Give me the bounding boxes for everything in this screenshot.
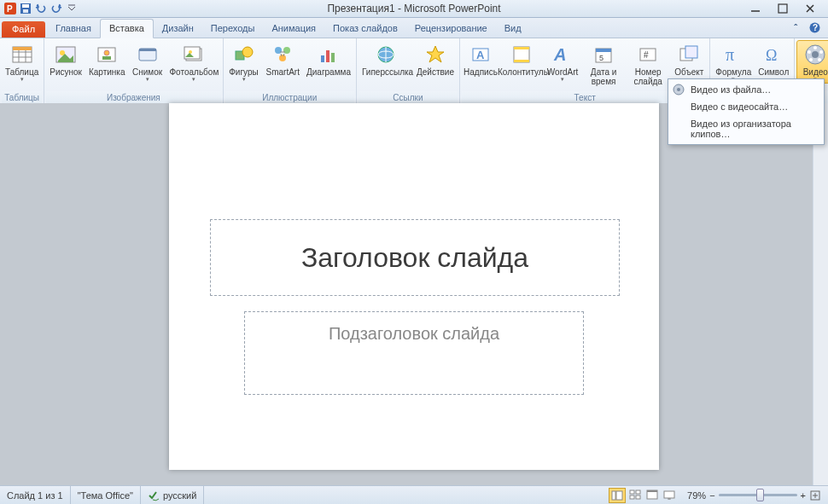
svg-point-60 <box>677 88 680 91</box>
app-icon[interactable]: P <box>3 2 17 15</box>
svg-point-53 <box>812 51 819 58</box>
zoom-out-button[interactable]: − <box>709 490 714 501</box>
symbol-button[interactable]: ΩСимвол <box>755 40 792 77</box>
equation-icon: π <box>721 43 745 67</box>
tab-design[interactable]: Дизайн <box>154 20 202 38</box>
slidenumber-button[interactable]: #Номер слайда <box>626 40 670 86</box>
status-language[interactable]: русский <box>141 486 204 504</box>
view-reading-icon[interactable] <box>644 488 660 501</box>
close-button[interactable] <box>801 2 819 15</box>
file-tab[interactable]: Файл <box>2 21 45 38</box>
svg-text:P: P <box>7 4 13 14</box>
redo-icon[interactable] <box>50 2 63 15</box>
svg-text:?: ? <box>813 23 818 32</box>
video-dropdown-menu: Видео из файла… Видео с видеосайта… Виде… <box>668 78 825 145</box>
quick-access-toolbar: P <box>3 2 79 15</box>
view-slideshow-icon[interactable] <box>662 488 677 501</box>
shapes-button[interactable]: Фигуры▾ <box>225 40 263 83</box>
headerfooter-button[interactable]: Колонтитулы <box>499 40 544 77</box>
svg-point-19 <box>104 50 109 55</box>
chevron-down-icon: ▾ <box>146 76 149 83</box>
textbox-icon: A <box>469 43 493 67</box>
save-icon[interactable] <box>19 2 32 15</box>
fit-window-icon[interactable] <box>809 490 821 501</box>
slidenumber-icon: # <box>636 43 660 67</box>
video-button[interactable]: Видео▾ <box>796 40 828 84</box>
svg-rect-4 <box>23 9 28 13</box>
tab-transitions[interactable]: Переходы <box>202 20 264 38</box>
view-sorter-icon[interactable] <box>627 488 643 501</box>
tab-animation[interactable]: Анимация <box>263 20 324 38</box>
chevron-down-icon: ▾ <box>192 76 195 83</box>
svg-point-54 <box>813 46 817 49</box>
window-title: Презентация1 - Microsoft PowerPoint <box>327 3 500 14</box>
tab-slideshow[interactable]: Показ слайдов <box>324 20 406 38</box>
subtitle-placeholder[interactable]: Подзаголовок слайда <box>244 311 584 395</box>
svg-text:π: π <box>726 45 734 64</box>
tab-view[interactable]: Вид <box>496 20 530 38</box>
video-icon <box>803 43 827 67</box>
minimize-button[interactable] <box>746 2 765 15</box>
clipart-button[interactable]: Картинка <box>85 40 129 77</box>
group-images: Рисунок Картинка Снимок▾ Фотоальбом▾ Изо… <box>44 38 223 105</box>
picture-button[interactable]: Рисунок <box>46 40 85 77</box>
zoom-slider[interactable] <box>719 494 797 496</box>
slide-canvas[interactable]: Заголовок слайда Подзаголовок слайда <box>169 103 659 470</box>
screenshot-button[interactable]: Снимок▾ <box>129 40 166 83</box>
svg-text:Ω: Ω <box>766 47 777 64</box>
svg-text:#: # <box>644 50 649 60</box>
action-icon <box>423 43 447 67</box>
svg-point-28 <box>275 47 282 54</box>
help-icon[interactable]: ? <box>808 20 821 34</box>
svg-text:A: A <box>476 49 485 61</box>
status-slide[interactable]: Слайд 1 из 1 <box>0 486 71 504</box>
editor-area: Заголовок слайда Подзаголовок слайда <box>0 103 828 486</box>
chart-icon <box>317 43 341 67</box>
svg-rect-22 <box>139 49 156 51</box>
svg-point-58 <box>808 50 811 54</box>
hyperlink-button[interactable]: Гиперссылка <box>359 40 413 77</box>
maximize-button[interactable] <box>773 2 792 15</box>
svg-rect-61 <box>612 491 615 500</box>
datetime-button[interactable]: 5Дата и время <box>581 40 626 86</box>
tab-review[interactable]: Рецензирование <box>406 20 496 38</box>
smartart-button[interactable]: SmartArt <box>263 40 303 77</box>
symbol-icon: Ω <box>761 43 785 67</box>
object-icon <box>677 43 701 67</box>
headerfooter-icon <box>510 43 534 67</box>
svg-rect-69 <box>664 491 674 498</box>
film-reel-icon <box>672 83 685 96</box>
status-theme[interactable]: "Тема Office" <box>71 486 141 504</box>
group-illustrations: Фигуры▾ SmartArt Диаграмма Иллюстрации <box>224 38 357 105</box>
tab-insert[interactable]: Вставка <box>100 19 154 38</box>
zoom-controls: 79% − + <box>680 490 828 501</box>
wordart-button[interactable]: AWordArt▾ <box>544 40 581 83</box>
svg-rect-64 <box>636 490 640 494</box>
title-placeholder[interactable]: Заголовок слайда <box>210 219 620 296</box>
menu-item-video-organizer[interactable]: Видео из организатора клипов… <box>668 115 824 142</box>
action-button[interactable]: Действие <box>413 40 458 77</box>
tab-home[interactable]: Главная <box>47 20 100 38</box>
zoom-thumb[interactable] <box>756 489 764 501</box>
table-icon <box>10 43 34 67</box>
textbox-button[interactable]: AНадпись <box>462 40 499 77</box>
menu-item-video-website[interactable]: Видео с видеосайта… <box>668 98 824 115</box>
chart-button[interactable]: Диаграмма <box>303 40 354 77</box>
shapes-icon <box>232 43 256 67</box>
ribbon-minimize-icon[interactable]: ˆ <box>789 20 802 34</box>
zoom-level[interactable]: 79% <box>687 490 706 501</box>
object-button[interactable]: Объект <box>670 40 708 77</box>
table-button[interactable]: Таблица ▾ <box>2 40 42 83</box>
photoalbum-button[interactable]: Фотоальбом▾ <box>166 40 221 83</box>
menu-item-video-file[interactable]: Видео из файла… <box>668 81 824 98</box>
equation-button[interactable]: πФормула▾ <box>712 40 755 83</box>
vertical-scrollbar[interactable] <box>813 103 828 486</box>
svg-rect-49 <box>685 46 697 58</box>
view-normal-icon[interactable] <box>609 488 626 503</box>
qat-customize-icon[interactable] <box>65 2 79 15</box>
chevron-down-icon: ▾ <box>561 76 564 83</box>
undo-icon[interactable] <box>34 2 48 15</box>
view-buttons <box>605 488 680 503</box>
chevron-down-icon: ▾ <box>20 76 24 83</box>
zoom-in-button[interactable]: + <box>801 490 806 501</box>
